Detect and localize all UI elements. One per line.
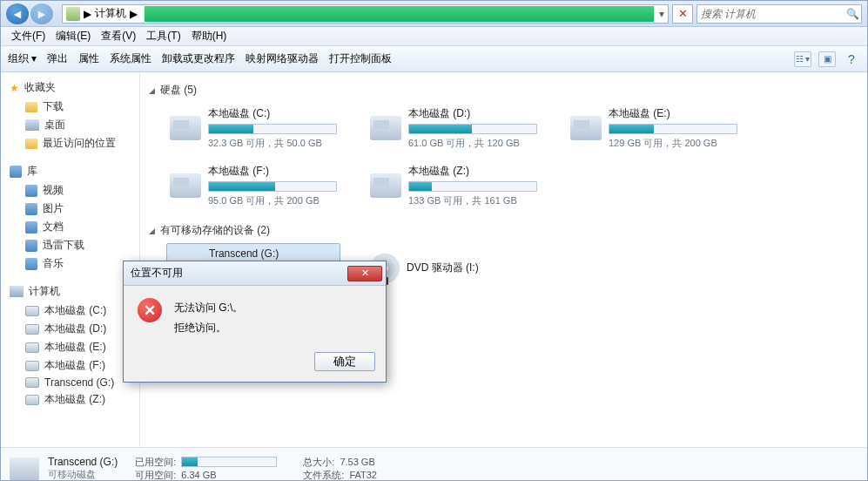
error-dialog: 位置不可用 ✕ ✕ 无法访问 G:\。 拒绝访问。 确定	[123, 261, 387, 383]
sidebar-computer[interactable]: 计算机	[6, 281, 138, 301]
dialog-titlebar[interactable]: 位置不可用 ✕	[124, 261, 386, 286]
hdd-icon	[370, 116, 401, 140]
sidebar-item-thunder[interactable]: 迅雷下载	[6, 236, 138, 254]
menu-tools[interactable]: 工具(T)	[141, 29, 185, 44]
star-icon: ★	[10, 82, 19, 94]
sidebar-item-drive-d[interactable]: 本地磁盘 (D:)	[6, 320, 138, 338]
section-removable[interactable]: ◢有可移动存储的设备 (2)	[149, 220, 858, 241]
drive-item-z[interactable]: 本地磁盘 (Z:)133 GB 可用，共 161 GB	[367, 160, 541, 211]
download-icon	[25, 240, 37, 252]
tool-cpanel[interactable]: 打开控制面板	[329, 51, 392, 66]
tool-properties[interactable]: 属性	[78, 51, 99, 66]
hdd-icon	[170, 173, 201, 198]
drive-item-dvd[interactable]: DVD DVD 驱动器 (I:)	[367, 243, 541, 293]
ok-button[interactable]: 确定	[314, 352, 375, 371]
sidebar-item-drive-c[interactable]: 本地磁盘 (C:)	[6, 301, 138, 320]
picture-icon	[25, 203, 37, 215]
menu-help[interactable]: 帮助(H)	[186, 29, 232, 44]
drive-item-d[interactable]: 本地磁盘 (D:)61.0 GB 可用，共 120 GB	[367, 103, 541, 153]
chevron-down-icon: ◢	[149, 86, 155, 95]
titlebar: ◄ ► ▶ 计算机 ▶ ▾ ✕ 🔍	[1, 1, 867, 27]
hdd-icon	[570, 116, 602, 140]
sidebar-libraries[interactable]: 库	[6, 161, 138, 181]
address-stop-button[interactable]: ✕	[672, 4, 693, 24]
details-type: 可移动磁盘	[48, 468, 118, 481]
sidebar-item-recent[interactable]: 最近访问的位置	[6, 134, 138, 152]
drive-icon	[25, 361, 39, 371]
close-button[interactable]: ✕	[347, 266, 382, 281]
drive-item-f[interactable]: 本地磁盘 (F:)95.0 GB 可用，共 200 GB	[166, 160, 340, 211]
drive-item-c[interactable]: 本地磁盘 (C:)32.3 GB 可用，共 50.0 GB	[166, 103, 340, 153]
tool-uninstall[interactable]: 卸载或更改程序	[162, 51, 235, 66]
tool-organize[interactable]: 组织 ▾	[8, 51, 37, 66]
sidebar-favorites[interactable]: ★收藏夹	[6, 78, 138, 98]
chevron-down-icon: ◢	[149, 227, 155, 235]
drive-icon	[25, 306, 39, 316]
video-icon	[25, 185, 37, 197]
sidebar-item-desktop[interactable]: 桌面	[6, 116, 138, 134]
breadcrumb-arrow[interactable]: ▶	[130, 8, 138, 20]
computer-icon	[10, 286, 24, 297]
nav-back-button[interactable]: ◄	[6, 3, 29, 24]
dialog-message-2: 拒绝访问。	[174, 318, 372, 338]
sidebar-item-drive-z[interactable]: 本地磁盘 (Z:)	[6, 390, 138, 409]
address-progress	[145, 6, 654, 22]
removable-icon	[10, 457, 39, 480]
drive-icon	[25, 342, 39, 353]
tool-mapdrive[interactable]: 映射网络驱动器	[246, 51, 319, 66]
folder-icon	[25, 102, 37, 112]
tool-sysprops[interactable]: 系统属性	[110, 51, 151, 66]
sidebar-item-drive-f[interactable]: 本地磁盘 (F:)	[6, 356, 138, 375]
menu-edit[interactable]: 编辑(E)	[50, 29, 96, 44]
drive-icon	[25, 377, 39, 388]
drive-item-e[interactable]: 本地磁盘 (E:)129 GB 可用，共 200 GB	[567, 103, 741, 153]
menubar: 文件(F) 编辑(E) 查看(V) 工具(T) 帮助(H)	[1, 27, 867, 46]
error-icon: ✕	[138, 298, 162, 322]
address-dropdown[interactable]: ▾	[654, 8, 668, 20]
details-pane: Transcend (G:) 可移动磁盘 已用空间: 可用空间:6.34 GB …	[1, 447, 867, 481]
tool-eject[interactable]: 弹出	[47, 51, 68, 66]
main-content: ◢硬盘 (5) 本地磁盘 (C:)32.3 GB 可用，共 50.0 GB 本地…	[140, 72, 867, 447]
sidebar: ★收藏夹 下载 桌面 最近访问的位置 库 视频 图片 文档 迅雷下载 音乐 计算…	[1, 72, 140, 447]
hdd-icon	[170, 116, 201, 140]
toolbar: 组织 ▾ 弹出 属性 系统属性 卸载或更改程序 映射网络驱动器 打开控制面板 ☷…	[1, 46, 867, 72]
sidebar-item-pictures[interactable]: 图片	[6, 200, 138, 218]
preview-pane-icon[interactable]: ▣	[818, 51, 836, 67]
hdd-icon	[370, 173, 401, 198]
menu-file[interactable]: 文件(F)	[6, 29, 50, 44]
nav-forward-button[interactable]: ►	[30, 3, 53, 24]
computer-icon	[66, 7, 80, 21]
details-name: Transcend (G:)	[48, 456, 118, 468]
drive-icon	[25, 324, 39, 335]
music-icon	[25, 258, 37, 270]
sidebar-item-drive-e[interactable]: 本地磁盘 (E:)	[6, 338, 138, 356]
dialog-message-1: 无法访问 G:\。	[174, 298, 372, 318]
library-icon	[10, 166, 22, 178]
view-options-icon[interactable]: ☷ ▾	[794, 51, 811, 67]
search-box[interactable]: 🔍	[696, 4, 862, 24]
sidebar-item-videos[interactable]: 视频	[6, 181, 138, 200]
search-input[interactable]	[697, 8, 844, 20]
breadcrumb-arrow[interactable]: ▶	[84, 8, 91, 20]
drive-icon	[25, 395, 39, 405]
dialog-title: 位置不可用	[131, 266, 183, 281]
desktop-icon	[25, 119, 39, 131]
menu-view[interactable]: 查看(V)	[96, 29, 141, 44]
sidebar-item-music[interactable]: 音乐	[6, 254, 138, 273]
document-icon	[25, 221, 37, 234]
sidebar-item-documents[interactable]: 文档	[6, 218, 138, 236]
help-icon[interactable]: ?	[843, 51, 860, 67]
breadcrumb-computer[interactable]: 计算机	[95, 6, 126, 21]
sidebar-item-drive-g[interactable]: Transcend (G:)	[6, 375, 138, 390]
section-hdd[interactable]: ◢硬盘 (5)	[149, 79, 858, 101]
sidebar-item-downloads[interactable]: 下载	[6, 98, 138, 116]
address-bar[interactable]: ▶ 计算机 ▶ ▾	[62, 4, 669, 24]
search-icon[interactable]: 🔍	[844, 8, 861, 20]
folder-icon	[25, 139, 37, 149]
